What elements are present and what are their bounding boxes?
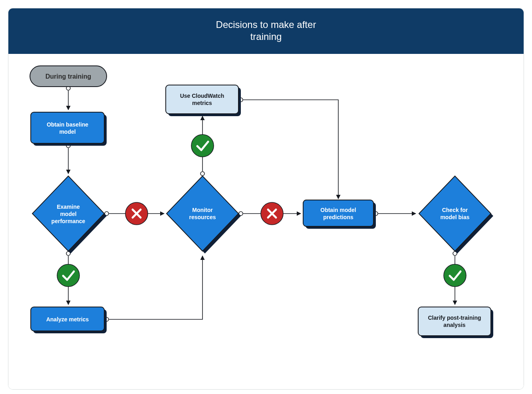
yes-icon-3 [444, 264, 466, 287]
cloudwatch-l1: Use CloudWatch [180, 93, 224, 99]
node-check-bias: Check for model bias [419, 176, 493, 253]
header-title-line2: training [8, 31, 524, 43]
svg-rect-40 [303, 200, 373, 226]
node-clarify-analysis: Clarify post-training analysis [418, 307, 493, 338]
svg-point-11 [200, 172, 204, 176]
obtain-pred-l1: Obtain model [320, 207, 356, 213]
diagram-canvas: During training Obtain baseline model Ex… [8, 54, 524, 389]
examine-l3: performance [52, 218, 85, 224]
during-training-label: During training [46, 73, 91, 80]
diagram-header: Decisions to make after training [8, 8, 524, 54]
node-monitor-resources: Monitor resources [167, 176, 241, 253]
node-obtain-predictions: Obtain model predictions [303, 200, 376, 229]
check-bias-l1: Check for [442, 207, 468, 213]
check-bias-l2: model bias [440, 214, 469, 220]
obtain-pred-l2: predictions [323, 214, 353, 220]
clarify-l2: analysis [443, 322, 465, 328]
cloudwatch-l2: metrics [192, 100, 212, 106]
analyze-metrics-label: Analyze metrics [46, 316, 89, 323]
node-during-training: During training [30, 66, 107, 87]
yes-icon-1 [57, 264, 79, 287]
no-icon-2 [261, 202, 283, 225]
svg-point-27 [444, 264, 466, 287]
examine-l2: model [60, 211, 76, 217]
obtain-baseline-l2: model [59, 129, 75, 135]
monitor-l2: resources [189, 214, 216, 220]
no-icon-1 [125, 202, 148, 225]
yes-icon-2 [191, 135, 214, 157]
edges [66, 86, 457, 321]
examine-l1: Examine [57, 204, 80, 210]
svg-point-26 [191, 135, 214, 157]
svg-rect-30 [31, 112, 104, 143]
svg-point-25 [57, 264, 79, 287]
node-analyze-metrics: Analyze metrics [31, 307, 107, 333]
node-examine-performance: Examine model performance [32, 176, 107, 253]
header-title-line1: Decisions to make after [8, 19, 524, 31]
flowchart-svg: During training Obtain baseline model Ex… [8, 54, 524, 389]
obtain-baseline-l1: Obtain baseline [47, 121, 88, 128]
monitor-l1: Monitor [192, 207, 213, 213]
node-obtain-baseline: Obtain baseline model [31, 112, 107, 146]
node-use-cloudwatch: Use CloudWatch metrics [166, 85, 241, 116]
diagram-frame: Decisions to make after training [8, 8, 524, 390]
clarify-l1: Clarify post-training [428, 315, 481, 321]
